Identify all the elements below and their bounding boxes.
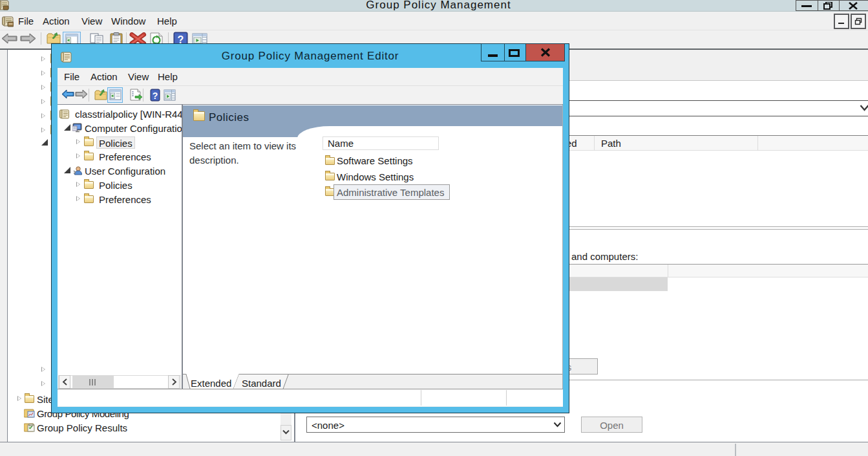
svg-text:?: ? xyxy=(153,91,158,101)
